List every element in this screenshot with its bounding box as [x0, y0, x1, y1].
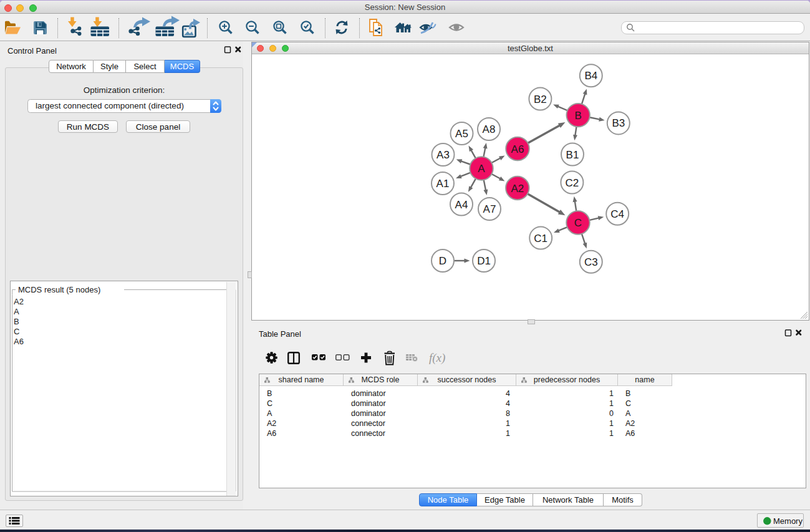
- svg-text:A5: A5: [455, 128, 468, 140]
- svg-text:B3: B3: [612, 117, 625, 129]
- svg-text:B4: B4: [584, 70, 597, 82]
- svg-text:C4: C4: [610, 208, 624, 220]
- svg-text:B: B: [575, 110, 582, 122]
- svg-text:C: C: [574, 217, 582, 229]
- svg-text:A7: A7: [483, 203, 496, 215]
- svg-text:D1: D1: [477, 255, 491, 267]
- svg-text:A2: A2: [511, 183, 524, 195]
- svg-text:f(x): f(x): [429, 351, 445, 365]
- svg-text:B2: B2: [534, 94, 547, 105]
- svg-text:A: A: [478, 163, 485, 175]
- svg-text:C1: C1: [534, 233, 547, 244]
- svg-text:A4: A4: [455, 199, 468, 211]
- svg-text:A1: A1: [436, 178, 450, 190]
- svg-text:A3: A3: [436, 149, 450, 161]
- svg-text:D: D: [439, 255, 446, 267]
- svg-text:C2: C2: [566, 177, 579, 189]
- svg-text:B1: B1: [566, 149, 579, 161]
- svg-text:A8: A8: [483, 123, 496, 135]
- svg-text:A6: A6: [511, 143, 524, 155]
- svg-text:C3: C3: [584, 256, 598, 268]
